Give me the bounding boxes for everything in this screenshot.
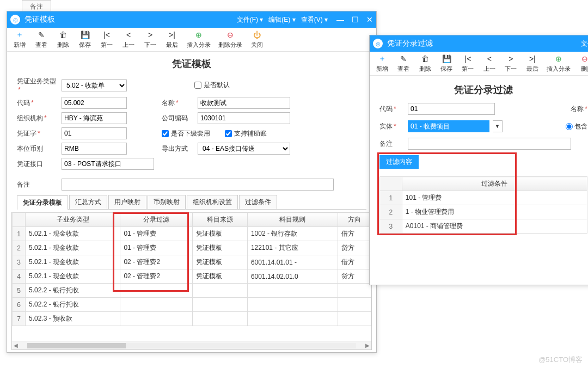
toolbar-查看-button[interactable]: ✎查看 xyxy=(394,54,412,73)
table-cell[interactable] xyxy=(338,298,371,312)
table-row[interactable]: 45.02.1 - 现金收款02 - 管理费2凭证模板6001.14.02.01… xyxy=(13,269,371,284)
toolbar-最后-button[interactable]: >|最后 xyxy=(163,30,181,49)
tab-2[interactable]: 用户映射 xyxy=(108,195,146,209)
table-row[interactable]: 25.02.1 - 现金收款01 - 管理费凭证模板122101 - 其它应贷方 xyxy=(13,241,371,255)
table-cell[interactable]: 5.02.3 - 预收款 xyxy=(26,312,120,326)
toolbar-删除-button[interactable]: 🗑删除 xyxy=(54,30,72,49)
interface-input[interactable] xyxy=(62,158,154,170)
tab-1[interactable]: 汇总方式 xyxy=(69,195,107,209)
table-row[interactable]: 35.02.1 - 现金收款02 - 管理费2凭证模板6001.14.01.01… xyxy=(13,255,371,269)
table-cell[interactable]: 借方 xyxy=(338,227,371,241)
table-cell[interactable]: 01 - 管理费 xyxy=(120,227,192,241)
toolbar-查看-button[interactable]: ✎查看 xyxy=(32,30,51,49)
sub-enable-checkbox[interactable]: 是否下级套用 xyxy=(162,129,222,138)
menu-view[interactable]: 查看(V) ▾ xyxy=(301,15,328,24)
grid-header[interactable]: 方向 xyxy=(338,213,371,227)
table-cell[interactable] xyxy=(192,312,247,326)
table-cell[interactable]: 5.02.1 - 现金收款 xyxy=(26,241,120,255)
grid-header[interactable]: 科目来源 xyxy=(192,213,247,227)
table-cell[interactable]: 4 xyxy=(13,269,26,284)
toolbar-保存-button[interactable]: 💾保存 xyxy=(76,30,94,49)
table-cell[interactable]: A0101 - 商铺管理费 xyxy=(402,219,587,234)
table-cell[interactable]: 贷方 xyxy=(338,241,371,255)
table-row[interactable]: 55.02.2 - 银行托收 xyxy=(13,284,371,298)
table-cell[interactable]: 101 - 管理费 xyxy=(402,191,587,205)
table-cell[interactable]: 7 xyxy=(13,312,26,326)
assist-checkbox[interactable]: 支持辅助账 xyxy=(225,129,267,138)
tab-4[interactable]: 组织机构设置 xyxy=(187,195,238,209)
toolbar-删|-button[interactable]: ⊖删| xyxy=(576,54,588,73)
biz-type-select[interactable]: 5.02 - 收款单 xyxy=(62,79,127,91)
table-cell[interactable]: 1002 - 银行存款 xyxy=(247,227,338,241)
maximize-icon[interactable]: ☐ xyxy=(352,15,359,24)
menu-edit[interactable]: 编辑(E) ▾ xyxy=(268,15,295,24)
table-cell[interactable]: 122101 - 其它应 xyxy=(247,241,338,255)
default-checkbox[interactable]: 是否默认 xyxy=(194,81,230,90)
table-cell[interactable] xyxy=(120,284,192,298)
dropdown-arrow-icon[interactable]: ▼ xyxy=(493,120,503,132)
table-cell[interactable] xyxy=(120,298,192,312)
toolbar-保存-button[interactable]: 💾保存 xyxy=(437,54,455,73)
table-cell[interactable]: 01 - 管理费 xyxy=(120,241,192,255)
toolbar-新增-button[interactable]: ＋新增 xyxy=(373,54,391,73)
table-cell[interactable] xyxy=(247,284,338,298)
table-cell[interactable]: 3 xyxy=(13,255,26,269)
w1-grid[interactable]: 子业务类型分录过滤科目来源科目规则方向15.02.1 - 现金收款01 - 管理… xyxy=(12,212,371,326)
toolbar-关闭-button[interactable]: ⏻关闭 xyxy=(248,30,266,49)
toolbar-上一-button[interactable]: <上一 xyxy=(119,30,138,49)
grid-header[interactable]: 分录过滤 xyxy=(120,213,192,227)
company-input[interactable] xyxy=(198,112,290,124)
toolbar-新增-button[interactable]: ＋新增 xyxy=(10,30,29,49)
grid-header[interactable] xyxy=(13,213,26,227)
table-cell[interactable]: 6001.14.02.01.0 xyxy=(247,269,338,284)
org-input[interactable] xyxy=(62,112,127,124)
table-row[interactable]: 1101 - 管理费 xyxy=(380,191,587,205)
contain-radio[interactable]: 包含 xyxy=(566,122,587,131)
table-row[interactable]: 75.02.3 - 预收款 xyxy=(13,312,371,326)
toolbar-第一-button[interactable]: |<第一 xyxy=(97,30,116,49)
filter-content-tab[interactable]: 过滤内容 xyxy=(379,155,419,169)
table-cell[interactable]: 2 xyxy=(13,241,26,255)
table-cell[interactable]: 02 - 管理费2 xyxy=(120,255,192,269)
table-cell[interactable]: 6001.14.01.01 - xyxy=(247,255,338,269)
toolbar-第一-button[interactable]: |<第一 xyxy=(459,54,477,73)
table-cell[interactable]: 凭证模板 xyxy=(192,241,247,255)
table-cell[interactable]: 凭证模板 xyxy=(192,269,247,284)
toolbar-删除-button[interactable]: 🗑删除 xyxy=(416,54,434,73)
table-cell[interactable]: 贷方 xyxy=(338,269,371,284)
w2-menu-file[interactable]: 文件 xyxy=(581,39,588,48)
w2-grid[interactable]: 过滤条件1101 - 管理费21 - 物业管理费用3A0101 - 商铺管理费 xyxy=(379,176,587,234)
w2-remark-input[interactable] xyxy=(408,138,571,150)
table-row[interactable]: 3A0101 - 商铺管理费 xyxy=(380,219,587,234)
tab-0[interactable]: 凭证分录模板 xyxy=(17,195,68,210)
w2-code-input[interactable] xyxy=(408,103,495,115)
currency-input[interactable] xyxy=(62,143,127,155)
table-row[interactable]: 65.02.2 - 银行托收 xyxy=(13,298,371,312)
toolbar-上一-button[interactable]: <上一 xyxy=(480,54,498,73)
toolbar-插入分录-button[interactable]: ⊕插入分录 xyxy=(545,54,573,73)
table-cell[interactable] xyxy=(120,312,192,326)
toolbar-最后-button[interactable]: >|最后 xyxy=(523,54,541,73)
name-input[interactable] xyxy=(198,97,290,109)
table-cell[interactable] xyxy=(247,298,338,312)
table-cell[interactable]: 5.02.1 - 现金收款 xyxy=(26,269,120,284)
table-cell[interactable] xyxy=(247,312,338,326)
table-row[interactable]: 15.02.1 - 现金收款01 - 管理费凭证模板1002 - 银行存款借方 xyxy=(13,227,371,241)
table-row[interactable]: 21 - 物业管理费用 xyxy=(380,205,587,219)
remark-input[interactable] xyxy=(62,179,334,191)
close-icon[interactable]: ✕ xyxy=(366,15,373,24)
table-cell[interactable]: 5.02.2 - 银行托收 xyxy=(26,284,120,298)
table-cell[interactable] xyxy=(192,284,247,298)
minimize-icon[interactable]: — xyxy=(336,15,344,24)
grid-header[interactable]: 过滤条件 xyxy=(402,177,587,191)
table-cell[interactable]: 5.02.1 - 现金收款 xyxy=(26,227,120,241)
toolbar-下一-button[interactable]: >下一 xyxy=(141,30,160,49)
table-cell[interactable]: 1 xyxy=(13,227,26,241)
table-cell[interactable]: 凭证模板 xyxy=(192,227,247,241)
w2-entity-select[interactable]: 01 - 收费项目 xyxy=(408,120,489,132)
table-cell[interactable]: 6 xyxy=(13,298,26,312)
table-cell[interactable]: 凭证模板 xyxy=(192,255,247,269)
table-cell[interactable] xyxy=(338,312,371,326)
horizontal-scrollbar[interactable]: ◀▶ xyxy=(12,341,371,349)
toolbar-下一-button[interactable]: >下一 xyxy=(502,54,520,73)
